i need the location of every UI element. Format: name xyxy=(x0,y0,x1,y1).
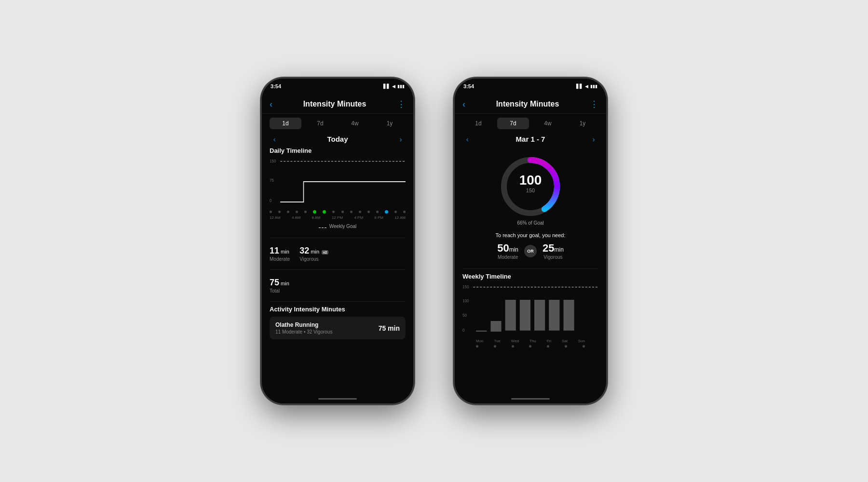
status-time-1: 3:54 xyxy=(271,83,281,89)
tab2-7d[interactable]: 7d xyxy=(497,118,529,129)
status-icons-2: ▋▋ ◀ ▮▮▮ xyxy=(576,84,597,89)
daily-chart-svg: 150 75 0 xyxy=(270,158,406,206)
phone-2: 3:54 ▋▋ ◀ ▮▮▮ ‹ Intensity Minutes ⋮ 1d 7… xyxy=(453,77,608,405)
dot-12 xyxy=(394,211,397,213)
w-dot-3 xyxy=(512,345,514,348)
vigorous-goal-value: 25min xyxy=(542,242,564,254)
tab-7d[interactable]: 7d xyxy=(304,118,336,129)
home-bar-1 xyxy=(262,394,413,403)
w-dot-6 xyxy=(565,345,567,348)
tab-bar-1: 1d 7d 4w 1y xyxy=(262,114,413,133)
daily-timeline-title: Daily Timeline xyxy=(270,147,406,154)
x-label-12am-2: 12 AM xyxy=(394,215,406,220)
next-period-2[interactable]: › xyxy=(589,135,598,143)
svg-text:0: 0 xyxy=(462,328,465,333)
wifi-icon: ◀ xyxy=(392,84,395,89)
tab-1d[interactable]: 1d xyxy=(270,118,301,129)
dot-active-3 xyxy=(385,210,388,214)
svg-text:50: 50 xyxy=(462,313,467,318)
nav-bar-1: ‹ Intensity Minutes ⋮ xyxy=(262,94,413,114)
divider-3 xyxy=(270,301,406,302)
battery-icon-2: ▮▮▮ xyxy=(590,84,597,89)
prev-period-1[interactable]: ‹ xyxy=(270,135,279,143)
dot-5 xyxy=(304,211,307,213)
moderate-goal: 50min Moderate xyxy=(497,242,518,260)
more-button-2[interactable]: ⋮ xyxy=(590,99,598,109)
notch-2 xyxy=(504,79,557,89)
stats-row-1: 11 min Moderate 32 min x2 Vigorous xyxy=(270,242,406,266)
content-2: 100 150 66% of Goal To reach your goal, … xyxy=(455,147,606,394)
wifi-icon-2: ◀ xyxy=(585,84,588,89)
signal-icon: ▋▋ xyxy=(383,84,390,89)
legend-dash xyxy=(319,225,326,228)
x-label-sat: Sat xyxy=(562,339,568,343)
x-axis-1: 12 AM 4 AM 8 AM 12 PM 4 PM 8 PM 12 AM xyxy=(270,214,406,221)
x-label-12pm: 12 PM xyxy=(332,215,343,220)
svg-rect-19 xyxy=(549,300,559,331)
svg-rect-17 xyxy=(520,300,530,331)
nav-bar-2: ‹ Intensity Minutes ⋮ xyxy=(455,94,606,114)
activity-section-title: Activity Intensity Minutes xyxy=(270,306,406,313)
activity-value: 75 min xyxy=(379,324,400,332)
tab2-1d[interactable]: 1d xyxy=(462,118,494,129)
dot-11 xyxy=(376,211,379,213)
circle-percent: 66% of Goal xyxy=(517,220,543,226)
dot-4 xyxy=(296,211,298,213)
dot-9 xyxy=(359,211,361,213)
vigorous-label: Vigorous xyxy=(299,256,328,262)
legend-text: Weekly Goal xyxy=(329,224,357,229)
tab-4w[interactable]: 4w xyxy=(339,118,371,129)
phone-1: 3:54 ▋▋ ◀ ▮▮▮ ‹ Intensity Minutes ⋮ 1d 7… xyxy=(260,77,415,405)
moderate-goal-value: 50min xyxy=(497,242,518,254)
period-nav-2: ‹ Mar 1 - 7 › xyxy=(455,133,606,147)
svg-text:150: 150 xyxy=(270,159,276,163)
w-dot-1 xyxy=(476,345,478,348)
period-label-1: Today xyxy=(327,135,348,143)
vigorous-value: 32 min x2 xyxy=(299,246,328,256)
dot-10 xyxy=(367,211,370,213)
back-button-1[interactable]: ‹ xyxy=(270,99,272,109)
activity-info: Olathe Running 11 Moderate • 32 Vigorous xyxy=(275,321,332,335)
svg-text:100: 100 xyxy=(462,298,469,303)
content-1: Daily Timeline 150 75 0 xyxy=(262,147,413,394)
chart-legend: Weekly Goal xyxy=(270,221,406,234)
weekly-timeline-title: Weekly Timeline xyxy=(462,273,598,280)
svg-text:0: 0 xyxy=(270,198,272,203)
vigorous-goal-label: Vigorous xyxy=(542,254,564,260)
activity-item[interactable]: Olathe Running 11 Moderate • 32 Vigorous… xyxy=(270,317,406,339)
x-label-8pm: 8 PM xyxy=(374,215,383,220)
svg-text:75: 75 xyxy=(270,178,274,183)
svg-text:100: 100 xyxy=(519,173,542,187)
nav-title-2: Intensity Minutes xyxy=(496,100,559,108)
x-label-8am: 8 AM xyxy=(312,215,320,220)
prev-period-2[interactable]: ‹ xyxy=(462,135,472,143)
back-button-2[interactable]: ‹ xyxy=(462,99,465,109)
x-label-fri: Fri xyxy=(547,339,551,343)
dot-13 xyxy=(403,211,406,213)
battery-icon: ▮▮▮ xyxy=(397,84,405,89)
goal-options: 50min Moderate OR 25min Vigorous xyxy=(462,242,598,260)
more-button-1[interactable]: ⋮ xyxy=(397,99,406,109)
x-label-thu: Thu xyxy=(529,339,536,343)
activity-name: Olathe Running xyxy=(275,321,332,328)
moderate-goal-label: Moderate xyxy=(497,254,518,260)
svg-rect-15 xyxy=(490,321,501,332)
w-dot-7 xyxy=(583,345,585,348)
tab-1y[interactable]: 1y xyxy=(374,118,406,129)
status-time-2: 3:54 xyxy=(463,83,474,89)
x2-badge: x2 xyxy=(322,250,328,254)
or-badge: OR xyxy=(524,245,537,257)
nav-title-1: Intensity Minutes xyxy=(303,100,366,108)
divider-1 xyxy=(270,238,406,238)
weekly-chart-svg: 150 100 50 0 xyxy=(462,284,598,337)
tab2-1y[interactable]: 1y xyxy=(567,118,598,129)
home-bar-line-2 xyxy=(511,398,550,400)
total-label: Total xyxy=(270,288,406,294)
divider-2 xyxy=(270,269,406,270)
tab2-4w[interactable]: 4w xyxy=(532,118,564,129)
status-bar-1: 3:54 ▋▋ ◀ ▮▮▮ xyxy=(262,79,413,94)
next-period-1[interactable]: › xyxy=(396,135,406,143)
home-bar-line-1 xyxy=(318,398,357,400)
divider-4 xyxy=(462,268,598,269)
moderate-stat: 11 min Moderate xyxy=(270,246,290,262)
